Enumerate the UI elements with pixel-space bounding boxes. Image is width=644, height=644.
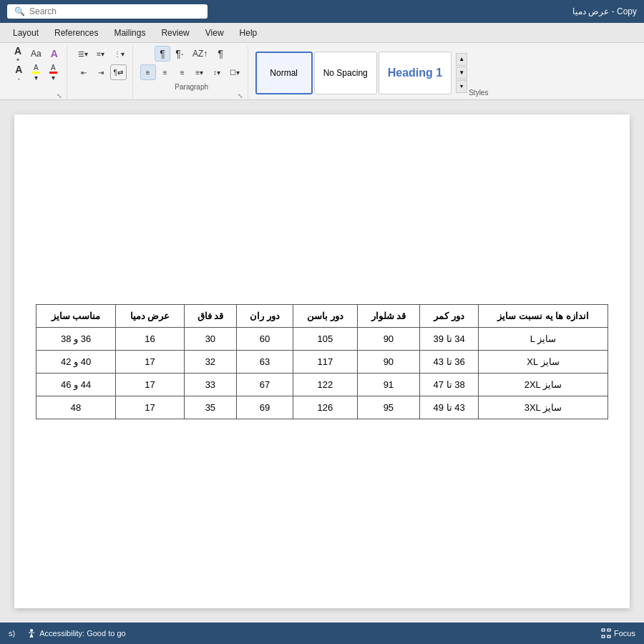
style-heading1-btn[interactable]: Heading 1 bbox=[379, 52, 452, 94]
font-group: A+ Aa A A- A▾ A▾ ⤡ bbox=[6, 46, 67, 99]
line-spacing-btn[interactable]: ↕▾ bbox=[209, 64, 225, 80]
focus-icon bbox=[601, 628, 611, 638]
cell-r1-c5: 32 bbox=[184, 350, 236, 373]
cell-r2-c1: 38 تا 47 bbox=[420, 373, 479, 396]
styles-section: Normal No Spacing Heading 1 ▲ ▼ ▾ Styles bbox=[251, 46, 638, 99]
size-table: اندازه ها یه نسبت سایز دور کمر قد شلوار … bbox=[36, 304, 608, 419]
font-expand-icon[interactable]: ⤡ bbox=[57, 92, 62, 99]
app-title: Copy - عرض دمیا bbox=[572, 6, 637, 16]
focus-status: Focus bbox=[601, 628, 635, 638]
cell-r3-c6: 17 bbox=[116, 396, 185, 419]
col-header-pants: قد شلوار bbox=[357, 304, 419, 327]
font-size-decrease-btn[interactable]: A- bbox=[11, 64, 26, 80]
align-right-btn[interactable]: ≡ bbox=[175, 64, 190, 80]
paragraph-expand-icon[interactable]: ⤡ bbox=[238, 92, 243, 99]
title-bar: 🔍 Copy - عرض دمیا bbox=[0, 0, 644, 23]
sort-btn[interactable]: AZ↑ bbox=[189, 46, 211, 62]
indent-decrease-btn[interactable]: ⇤ bbox=[76, 64, 92, 80]
style-no-spacing-btn[interactable]: No Spacing bbox=[314, 52, 377, 94]
cell-r0-c4: 60 bbox=[236, 327, 293, 350]
accessibility-text: Accessibility: Good to go bbox=[39, 629, 125, 638]
shading-btn[interactable]: ☐▾ bbox=[226, 64, 243, 80]
font-clear-btn[interactable]: A bbox=[47, 46, 62, 62]
justify-btn[interactable]: ≡▾ bbox=[192, 64, 208, 80]
menu-item-review[interactable]: Review bbox=[154, 25, 196, 41]
font-group-label bbox=[10, 91, 62, 92]
indent-increase-btn[interactable]: ⇥ bbox=[93, 64, 109, 80]
focus-label: Focus bbox=[614, 629, 635, 638]
font-color-btn[interactable]: A▾ bbox=[45, 64, 61, 80]
cell-r2-c4: 67 bbox=[236, 373, 293, 396]
col-header-size: اندازه ها یه نسبت سایز bbox=[479, 304, 608, 327]
search-input[interactable] bbox=[29, 6, 200, 16]
cell-r2-c0: سایز 2XL bbox=[479, 373, 608, 396]
cell-r0-c7: 36 و 38 bbox=[36, 327, 116, 350]
cell-r3-c4: 69 bbox=[236, 396, 293, 419]
paragraph-mark-btn[interactable]: ¶ bbox=[155, 46, 170, 62]
cell-r1-c0: سایز XL bbox=[479, 350, 608, 373]
col-header-waist: دور کمر bbox=[420, 304, 479, 327]
styles-scroll: ▲ ▼ ▾ bbox=[456, 53, 467, 93]
document-area: اندازه ها یه نسبت سایز دور کمر قد شلوار … bbox=[0, 100, 644, 623]
style-no-spacing-label: No Spacing bbox=[323, 68, 368, 78]
table-row: سایز 2XL38 تا 479112267331744 و 46 bbox=[36, 373, 608, 396]
cell-r2-c7: 44 و 46 bbox=[36, 373, 116, 396]
cell-r1-c7: 40 و 42 bbox=[36, 350, 116, 373]
menu-bar: Layout References Mailings Review View H… bbox=[0, 23, 644, 43]
numbered-list-btn[interactable]: ≡▾ bbox=[93, 46, 109, 62]
show-formatting-btn[interactable]: ¶· bbox=[172, 46, 187, 62]
cell-r3-c7: 48 bbox=[36, 396, 116, 419]
cell-r0-c3: 105 bbox=[293, 327, 357, 350]
menu-item-mailings[interactable]: Mailings bbox=[107, 25, 152, 41]
align-center-btn[interactable]: ≡ bbox=[157, 64, 173, 80]
status-left: s) bbox=[9, 629, 15, 638]
align-left-btn[interactable]: ≡ bbox=[140, 64, 156, 80]
svg-rect-2 bbox=[608, 629, 610, 631]
align-group: ¶ ¶· AZ↑ ¶ ≡ ≡ ≡ ≡▾ ↕▾ ☐▾ Paragraph ⤡ bbox=[136, 46, 248, 99]
cell-r0-c0: سایز L bbox=[479, 327, 608, 350]
style-normal-btn[interactable]: Normal bbox=[255, 52, 313, 94]
cell-r0-c2: 90 bbox=[357, 327, 419, 350]
col-header-hip: دور باسن bbox=[293, 304, 357, 327]
cell-r2-c5: 33 bbox=[184, 373, 236, 396]
accessibility-status: Accessibility: Good to go bbox=[26, 628, 125, 638]
cell-r2-c3: 122 bbox=[293, 373, 357, 396]
cell-r0-c6: 16 bbox=[116, 327, 185, 350]
col-header-thigh: دور ران bbox=[236, 304, 293, 327]
cell-r2-c6: 17 bbox=[116, 373, 185, 396]
menu-item-view[interactable]: View bbox=[198, 25, 231, 41]
cell-r1-c2: 90 bbox=[357, 350, 419, 373]
svg-point-0 bbox=[30, 629, 33, 632]
menu-item-references[interactable]: References bbox=[47, 25, 105, 41]
cell-r3-c5: 35 bbox=[184, 396, 236, 419]
font-name-btn[interactable]: Aa bbox=[27, 46, 45, 62]
highlight-btn[interactable]: A▾ bbox=[28, 64, 44, 80]
table-header-row: اندازه ها یه نسبت سایز دور کمر قد شلوار … bbox=[36, 304, 608, 327]
cell-r1-c6: 17 bbox=[116, 350, 185, 373]
menu-item-layout[interactable]: Layout bbox=[6, 25, 46, 41]
ribbon: A+ Aa A A- A▾ A▾ ⤡ ☰▾ ≡▾ ⋮▾ ⇤ ⇥ ¶⇄ bbox=[0, 43, 644, 100]
paragraph-group-label: Paragraph bbox=[140, 83, 243, 92]
cell-r3-c3: 126 bbox=[293, 396, 357, 419]
search-icon: 🔍 bbox=[14, 6, 25, 16]
styles-scroll-up-btn[interactable]: ▲ bbox=[456, 53, 467, 66]
status-bar: s) Accessibility: Good to go Focus bbox=[0, 623, 644, 644]
cell-r3-c0: سایز 3XL bbox=[479, 396, 608, 419]
menu-item-help[interactable]: Help bbox=[233, 25, 265, 41]
cell-r3-c1: 43 تا 49 bbox=[420, 396, 479, 419]
bullet-list-btn[interactable]: ☰▾ bbox=[74, 46, 92, 62]
styles-group-label: Styles bbox=[469, 89, 488, 98]
rtl-ltr-btn[interactable]: ¶⇄ bbox=[110, 64, 127, 80]
styles-scroll-down-btn[interactable]: ▼ bbox=[456, 67, 467, 79]
styles-scroll-more-btn[interactable]: ▾ bbox=[456, 80, 467, 93]
cell-r3-c2: 95 bbox=[357, 396, 419, 419]
multilevel-list-btn[interactable]: ⋮▾ bbox=[110, 46, 128, 62]
search-container: 🔍 bbox=[7, 4, 208, 19]
svg-rect-1 bbox=[602, 629, 605, 631]
style-normal-label: Normal bbox=[270, 68, 298, 78]
svg-rect-3 bbox=[602, 635, 605, 638]
pilcrow-btn[interactable]: ¶ bbox=[213, 46, 228, 62]
font-size-increase-btn[interactable]: A+ bbox=[10, 46, 26, 62]
cell-r2-c2: 91 bbox=[357, 373, 419, 396]
accessibility-icon bbox=[26, 628, 36, 638]
